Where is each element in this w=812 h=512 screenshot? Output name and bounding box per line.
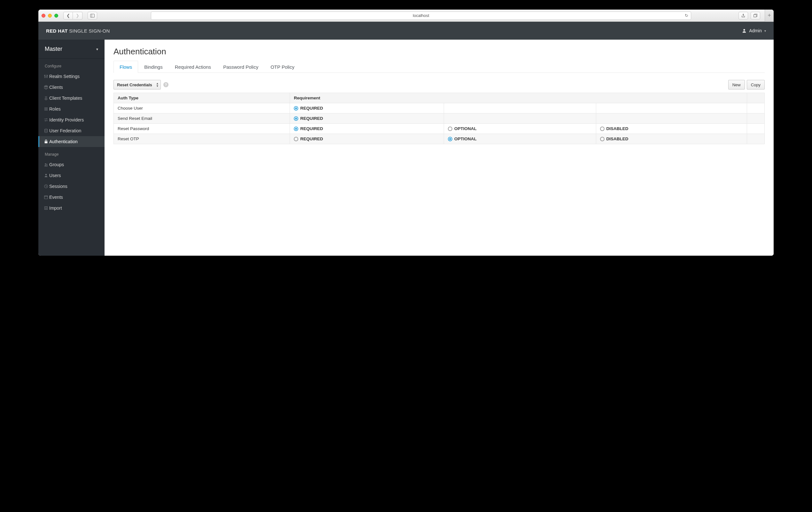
sidebar-item-label: Sessions	[49, 184, 67, 189]
requirement-cell: REQUIRED	[290, 124, 444, 134]
radio-icon[interactable]	[448, 137, 452, 141]
user-icon	[742, 28, 747, 33]
requirement-option-optional[interactable]: OPTIONAL	[448, 137, 592, 141]
radio-icon[interactable]	[294, 137, 298, 141]
sidebar-item-events[interactable]: Events	[38, 192, 105, 203]
requirement-cell	[444, 114, 596, 124]
requirement-cell: OPTIONAL	[444, 134, 596, 144]
requirement-option-required[interactable]: REQUIRED	[294, 106, 440, 111]
requirement-option-disabled[interactable]: DISABLED	[600, 126, 743, 131]
sidebar-item-authentication[interactable]: Authentication	[38, 136, 105, 147]
sidebar-item-realm-settings[interactable]: Realm Settings	[38, 71, 105, 82]
svg-rect-0	[90, 14, 94, 17]
sidebar-item-label: User Federation	[49, 128, 81, 133]
requirement-option-required[interactable]: REQUIRED	[294, 126, 440, 131]
auth-type-cell: Choose User	[114, 103, 290, 114]
brand-bold: RED HAT	[46, 28, 68, 34]
radio-icon[interactable]	[448, 126, 452, 131]
requirement-option-required[interactable]: REQUIRED	[294, 116, 440, 121]
cubes-icon	[44, 96, 49, 100]
share-button[interactable]	[738, 12, 748, 20]
new-tab-button[interactable]: +	[765, 9, 774, 22]
tab-bindings[interactable]: Bindings	[138, 61, 169, 73]
svg-rect-2	[754, 14, 756, 17]
sidebar-item-user-federation[interactable]: User Federation	[38, 125, 105, 136]
radio-icon[interactable]	[600, 126, 605, 131]
brand: RED HAT SINGLE SIGN-ON	[46, 28, 110, 34]
requirement-option-required[interactable]: REQUIRED	[294, 137, 440, 141]
radio-icon[interactable]	[294, 126, 298, 131]
realm-selector[interactable]: Master ▾	[38, 40, 105, 59]
sidebar-item-groups[interactable]: Groups	[38, 159, 105, 170]
cube-icon	[44, 85, 49, 89]
realm-name: Master	[45, 46, 62, 53]
section-configure-label: Configure	[38, 59, 105, 71]
radio-icon[interactable]	[294, 116, 298, 121]
requirement-cell: REQUIRED	[290, 114, 444, 124]
requirement-cell	[596, 114, 747, 124]
user-icon	[44, 173, 49, 178]
svg-point-6	[47, 76, 48, 77]
sidebar-item-clients[interactable]: Clients	[38, 82, 105, 93]
tab-otp-policy[interactable]: OTP Policy	[264, 61, 300, 73]
browser-titlebar: ❮ ❯ localhost ↻ +	[38, 9, 774, 22]
sidebar-item-roles[interactable]: Roles	[38, 103, 105, 114]
tabs: Flows Bindings Required Actions Password…	[114, 60, 765, 73]
section-manage-label: Manage	[38, 147, 105, 159]
sidebar-item-client-templates[interactable]: Client Templates	[38, 93, 105, 103]
svg-point-11	[46, 174, 47, 176]
sidebar-item-label: Authentication	[49, 139, 78, 144]
minimize-window-button[interactable]	[48, 14, 52, 18]
requirement-cell: DISABLED	[596, 124, 747, 134]
requirement-label: OPTIONAL	[454, 137, 477, 141]
sliders-icon	[44, 74, 49, 79]
new-button[interactable]: New	[728, 80, 745, 89]
requirement-cell: OPTIONAL	[444, 124, 596, 134]
sidebar-item-label: Realm Settings	[49, 74, 80, 79]
back-button[interactable]: ❮	[63, 12, 73, 20]
page-title: Authentication	[114, 47, 765, 57]
sidebar-item-identity-providers[interactable]: Identity Providers	[38, 114, 105, 125]
user-menu[interactable]: Admin ▾	[742, 28, 766, 33]
address-bar[interactable]: localhost ↻	[151, 11, 691, 20]
requirement-label: REQUIRED	[300, 106, 323, 111]
radio-icon[interactable]	[600, 137, 605, 141]
auth-type-cell: Send Reset Email	[114, 114, 290, 124]
tab-password-policy[interactable]: Password Policy	[217, 61, 264, 73]
sidebar-toggle-button[interactable]	[88, 12, 97, 20]
list-icon	[44, 107, 49, 111]
sidebar-item-sessions[interactable]: Sessions	[38, 181, 105, 192]
chevron-down-icon: ▾	[96, 47, 98, 52]
requirement-option-disabled[interactable]: DISABLED	[600, 137, 743, 141]
auth-type-cell: Reset OTP	[114, 134, 290, 144]
sidebar-item-import[interactable]: Import	[38, 203, 105, 213]
requirement-option-optional[interactable]: OPTIONAL	[448, 126, 592, 131]
tab-flows[interactable]: Flows	[114, 61, 138, 73]
brand-light: SINGLE SIGN-ON	[69, 28, 110, 34]
svg-rect-8	[45, 141, 48, 143]
svg-point-10	[46, 164, 47, 165]
sidebar-item-label: Users	[49, 173, 61, 178]
app-header: RED HAT SINGLE SIGN-ON Admin ▾	[38, 22, 774, 40]
group-icon	[44, 162, 49, 167]
sidebar-item-label: Identity Providers	[49, 117, 84, 122]
sidebar-item-label: Roles	[49, 107, 61, 112]
row-actions-cell	[747, 103, 765, 114]
requirement-label: REQUIRED	[300, 116, 323, 121]
copy-button[interactable]: Copy	[747, 80, 765, 89]
row-actions-cell	[747, 124, 765, 134]
help-icon[interactable]: ?	[163, 82, 169, 87]
forward-button[interactable]: ❯	[73, 12, 83, 20]
share-icon	[741, 13, 746, 18]
close-window-button[interactable]	[41, 14, 46, 18]
reload-icon[interactable]: ↻	[685, 13, 688, 18]
zoom-window-button[interactable]	[54, 14, 58, 18]
sidebar-item-users[interactable]: Users	[38, 170, 105, 181]
flow-toolbar: Reset Credentials ▴▾ ? New Copy	[114, 80, 765, 89]
requirement-cell: REQUIRED	[290, 134, 444, 144]
table-row: Reset OTPREQUIREDOPTIONALDISABLED	[114, 134, 765, 144]
tabs-button[interactable]	[751, 12, 760, 20]
tab-required-actions[interactable]: Required Actions	[169, 61, 217, 73]
flow-select[interactable]: Reset Credentials ▴▾	[114, 80, 161, 89]
radio-icon[interactable]	[294, 106, 298, 111]
